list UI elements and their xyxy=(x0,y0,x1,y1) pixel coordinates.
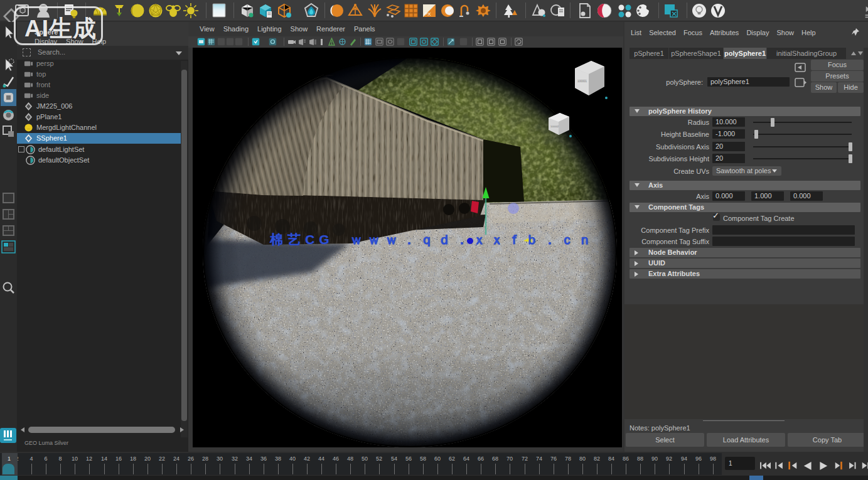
svg-text:100002: 100002 xyxy=(550,125,559,128)
svg-text:100001: 100001 xyxy=(577,80,587,83)
svg-text:PX: PX xyxy=(424,11,431,17)
